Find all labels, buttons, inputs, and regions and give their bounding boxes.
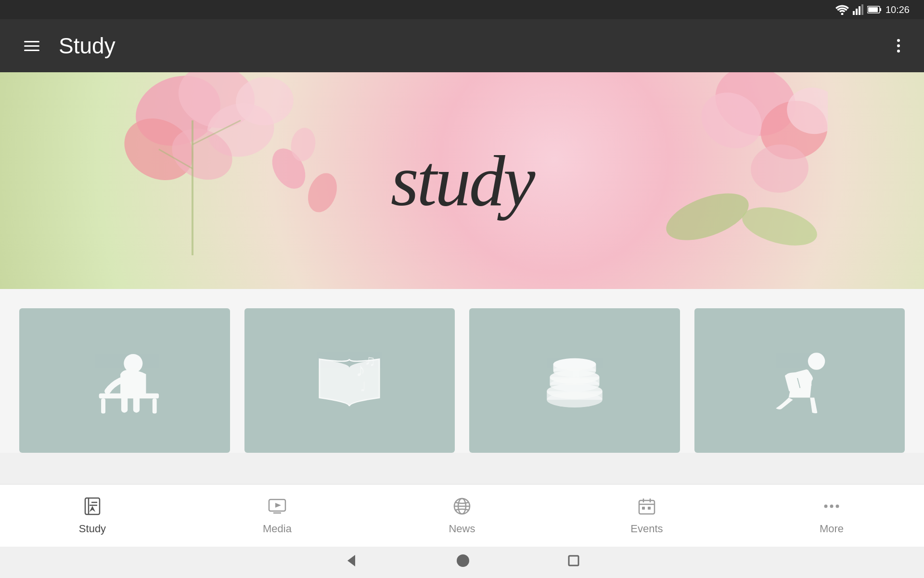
svg-point-26 (738, 200, 821, 252)
wifi-icon (835, 4, 849, 15)
nav-label-media: Media (263, 523, 292, 535)
nav-item-events[interactable]: Events (554, 492, 739, 540)
svg-rect-6 (880, 8, 881, 11)
nav-label-news: News (449, 523, 475, 535)
svg-rect-63 (648, 507, 651, 510)
grid-card-news[interactable] (469, 308, 680, 453)
grid-card-study[interactable] (19, 308, 230, 453)
nav-item-media[interactable]: Media (185, 492, 370, 540)
svg-point-66 (836, 504, 839, 508)
svg-point-45 (808, 353, 825, 370)
book-music-icon: ♪ ♫ ♩ (311, 342, 388, 419)
hamburger-menu-button[interactable] (19, 36, 44, 56)
three-dots-icon (822, 497, 841, 519)
svg-rect-31 (101, 398, 105, 413)
nav-label-more: More (820, 523, 844, 535)
svg-rect-2 (856, 9, 858, 15)
hero-banner: study (0, 72, 924, 289)
svg-rect-32 (153, 398, 157, 413)
svg-rect-58 (639, 500, 654, 514)
svg-point-0 (841, 13, 843, 15)
floral-decoration-right (611, 72, 828, 255)
svg-point-25 (660, 184, 755, 250)
svg-marker-67 (347, 555, 355, 566)
signal-icon (853, 4, 863, 15)
svg-text:♫: ♫ (364, 352, 375, 369)
svg-rect-62 (642, 507, 645, 510)
nav-label-study: Study (79, 523, 106, 535)
recent-button[interactable] (567, 554, 580, 571)
stacked-books-icon (536, 342, 613, 419)
bible-book-icon (83, 497, 102, 519)
nav-label-events: Events (630, 523, 663, 535)
status-bar: 10:26 (0, 0, 924, 19)
status-icons: 10:26 (835, 4, 910, 15)
globe-icon (452, 497, 472, 519)
bottom-navigation: Study Media News (0, 484, 924, 547)
svg-point-65 (830, 504, 834, 508)
status-time: 10:26 (886, 4, 910, 15)
system-navigation-bar (0, 547, 924, 578)
back-button[interactable] (344, 553, 359, 572)
grid-section: ♪ ♫ ♩ (0, 289, 924, 453)
nav-item-news[interactable]: News (370, 492, 554, 540)
svg-marker-53 (275, 503, 281, 508)
person-reading-icon (761, 342, 838, 419)
grid-card-media[interactable]: ♪ ♫ ♩ (244, 308, 455, 453)
nav-item-study[interactable]: Study (0, 492, 185, 540)
svg-point-68 (457, 554, 469, 567)
svg-point-19 (303, 169, 342, 216)
app-title: Study (59, 33, 116, 59)
more-menu-button[interactable] (892, 34, 905, 57)
battery-icon (867, 5, 882, 14)
svg-rect-3 (859, 6, 860, 15)
nav-item-more[interactable]: More (739, 492, 924, 540)
floral-decoration-left (120, 72, 361, 255)
home-button[interactable] (455, 553, 471, 572)
svg-text:♩: ♩ (360, 380, 366, 394)
play-screen-icon (268, 497, 287, 519)
svg-rect-69 (569, 556, 578, 565)
grid-card-events[interactable] (694, 308, 905, 453)
svg-rect-1 (853, 11, 855, 15)
svg-point-64 (824, 504, 828, 508)
app-bar: Study (0, 19, 924, 72)
calendar-icon (637, 497, 656, 519)
svg-rect-4 (861, 4, 863, 15)
person-desk-icon (86, 342, 163, 419)
svg-rect-7 (868, 7, 878, 12)
hero-text: study (391, 139, 534, 222)
